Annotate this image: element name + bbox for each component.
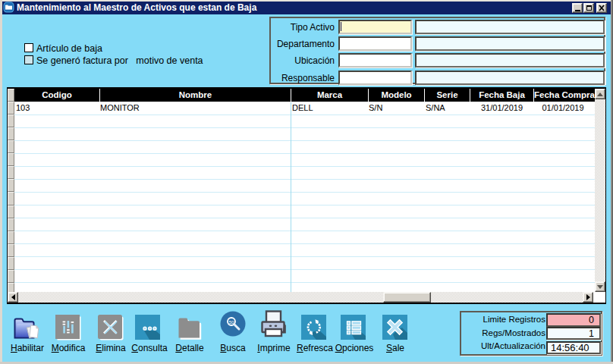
svg-text:50: 50 (229, 320, 234, 325)
